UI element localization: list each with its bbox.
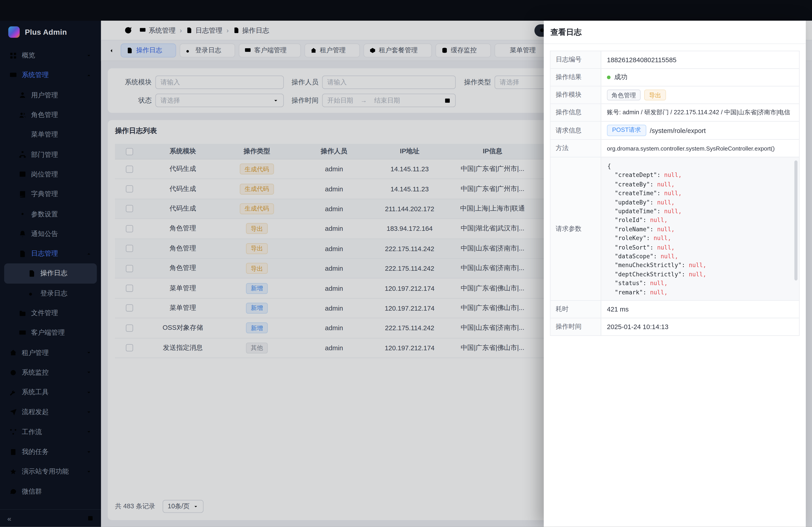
- request-url: /system/role/export: [650, 126, 706, 134]
- request-params-json[interactable]: { "createDept":null, "createBy":null, "c…: [601, 157, 799, 300]
- result-value: 成功: [614, 73, 627, 82]
- close-icon[interactable]: [791, 28, 799, 36]
- module-tag: 角色管理: [607, 90, 641, 100]
- drawer-title: 查看日志: [551, 27, 582, 37]
- view-log-drawer: 查看日志 日志编号 1882612840802115585 操作结果 成功 操作…: [544, 21, 806, 527]
- duration-value: 421 ms: [601, 301, 799, 318]
- detail-row-method: 方法 org.dromara.system.controller.system.…: [551, 140, 799, 157]
- operation-time-value: 2025-01-24 10:14:13: [601, 318, 799, 335]
- log-id-value: 1882612840802115585: [601, 51, 799, 68]
- detail-row-duration: 耗时 421 ms: [551, 301, 799, 318]
- detail-row-module: 操作模块 角色管理 导出: [551, 86, 799, 104]
- detail-row-log-id: 日志编号 1882612840802115585: [551, 51, 799, 69]
- operation-info-value: 账号: admin / 研发部门 / 222.175.114.242 / 中国|…: [601, 104, 799, 121]
- operation-type-tag: 导出: [644, 90, 666, 100]
- log-detail-table: 日志编号 1882612840802115585 操作结果 成功 操作模块 角色…: [550, 51, 800, 336]
- detail-row-request: 请求信息 POST请求 /system/role/export: [551, 122, 799, 140]
- method-value: org.dromara.system.controller.system.Sys…: [601, 140, 799, 157]
- app-root: Plus Admin 概览 系统管理 用户管理 角色管理 菜单管理 部门管理 岗…: [0, 0, 812, 527]
- post-method-tag: POST请求: [607, 125, 646, 136]
- detail-row-info: 操作信息 账号: admin / 研发部门 / 222.175.114.242 …: [551, 104, 799, 121]
- success-dot-icon: [607, 76, 611, 79]
- detail-row-result: 操作结果 成功: [551, 69, 799, 86]
- detail-row-time: 操作时间 2025-01-24 10:14:13: [551, 318, 799, 336]
- drawer-header: 查看日志: [544, 21, 806, 44]
- scrollbar-thumb[interactable]: [794, 161, 798, 281]
- detail-row-params: 请求参数 { "createDept":null, "createBy":nul…: [551, 157, 799, 301]
